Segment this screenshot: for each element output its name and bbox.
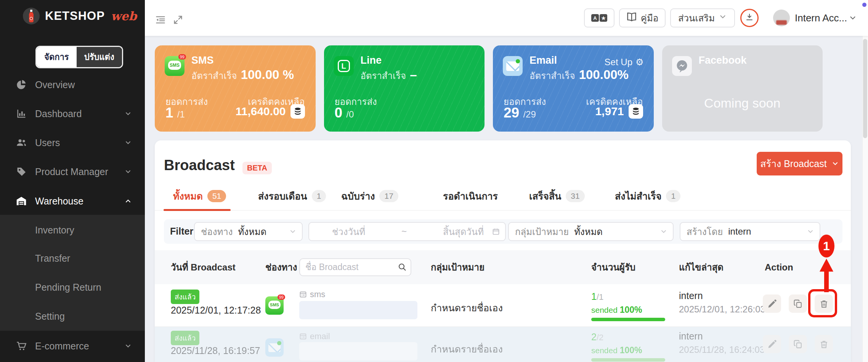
broadcast-name-search: [299, 258, 411, 276]
search-icon[interactable]: [398, 262, 407, 273]
tab-monthly[interactable]: ส่งรอบเดือน 1: [258, 182, 326, 211]
sidebar-subitem-inventory[interactable]: Inventory: [0, 219, 145, 241]
trash-icon: [819, 339, 829, 349]
table-header: วันที่ Broadcast ช่องทาง กลุ่มเป้าหมาย จ…: [155, 250, 851, 284]
annotation-step-circle: 1: [818, 235, 834, 257]
sidebar-subitem-transfer[interactable]: Transfer: [0, 247, 145, 270]
toggle-customize[interactable]: ปรับแต่ง: [77, 47, 122, 67]
tab-label: ฉบับร่าง: [341, 188, 375, 204]
line-stat-card: L Line อัตราสำเร็จ– ยอดการส่ง 0 /0: [324, 45, 485, 132]
chevron-down-icon: [660, 228, 667, 235]
user-name[interactable]: Intern Acc...: [795, 12, 847, 24]
date-range-input[interactable]: ช่วงวันที่ ~ สิ้นสุดวันที่: [308, 222, 506, 241]
copy-icon: [793, 339, 803, 349]
annotation-arrow-icon: [820, 259, 833, 272]
sent-total: /1: [177, 109, 185, 119]
col-last-edit: แก้ไขล่าสุด: [679, 250, 724, 284]
edit-button[interactable]: [763, 294, 781, 313]
sidebar-subitem-setting[interactable]: Setting: [0, 305, 145, 328]
col-date: วันที่ Broadcast: [171, 250, 236, 284]
line-app-icon: L: [334, 56, 354, 76]
sms-app-icon: SMS 99: [165, 56, 185, 76]
beta-badge: BETA: [242, 162, 272, 174]
manual-button[interactable]: คู่มือ: [619, 8, 666, 27]
tab-count-badge: 31: [566, 190, 584, 202]
setup-label: Set Up: [605, 57, 632, 68]
tab-all[interactable]: ทั้งหมด 51: [173, 182, 226, 211]
tab-label: ส่งไม่สำเร็จ: [615, 188, 661, 204]
tab-finished[interactable]: เสร็จสิ้น 31: [529, 182, 585, 211]
date-end-placeholder: สิ้นสุดวันที่: [443, 224, 484, 239]
tab-label: เสร็จสิ้น: [529, 188, 561, 204]
sent-value: 29: [504, 105, 519, 121]
scrollbar-track: [862, 36, 868, 362]
sidebar-item-label: Dashboard: [35, 108, 124, 119]
addons-button[interactable]: ส่วนเสริม: [670, 8, 735, 27]
col-action: Action: [765, 250, 793, 284]
sidebar-item-warehouse[interactable]: Warehouse: [0, 187, 145, 216]
fullscreen-icon[interactable]: [173, 14, 183, 27]
language-toggle-button[interactable]: A★: [584, 8, 614, 27]
edit-button[interactable]: [763, 335, 781, 353]
scrollbar-thumb[interactable]: [863, 39, 867, 138]
pencil-icon: [767, 339, 777, 349]
target-group: กำหนดรายชื่อเอง: [431, 341, 503, 357]
duplicate-button[interactable]: [789, 294, 807, 313]
warehouse-icon: [16, 196, 27, 206]
download-button[interactable]: [740, 9, 759, 27]
rate-value: 100.00 %: [241, 68, 294, 82]
page-title: Broadcast: [164, 157, 235, 174]
facebook-stat-card: Facebook Coming soon: [662, 45, 823, 132]
channel-name: email: [299, 331, 330, 341]
mode-toggle: จัดการ ปรับแต่ง: [35, 46, 123, 68]
creator-filter-select[interactable]: สร้างโดย intern: [680, 222, 820, 241]
user-avatar[interactable]: [773, 10, 790, 26]
sent-count: 1: [591, 291, 597, 302]
tab-label: ทั้งหมด: [173, 188, 203, 204]
broadcast-tabs: ทั้งหมด 51 ส่งรอบเดือน 1 ฉบับร่าง 17 รอด…: [155, 182, 851, 211]
sidebar-item-ecommerce[interactable]: E-commerce: [0, 331, 145, 360]
edited-date: 2025/11/28, 16:24:03: [679, 344, 765, 355]
tab-count-badge: 1: [312, 190, 326, 202]
copy-icon: [793, 299, 803, 309]
card-title: SMS: [191, 55, 214, 66]
toggle-manage[interactable]: จัดการ: [37, 47, 77, 67]
sidebar-item-overview[interactable]: Overview: [0, 70, 145, 99]
channel-name-label: email: [310, 331, 330, 341]
broadcast-name-redacted: [299, 342, 417, 360]
brand-logo[interactable]: KETSHOPweb: [23, 8, 137, 24]
delete-button[interactable]: [815, 335, 833, 353]
notification-dot: [862, 3, 866, 7]
creator-filter-label: สร้างโดย: [687, 224, 723, 239]
email-setup-link[interactable]: Set Up⚙: [605, 57, 644, 68]
sent-count: 2: [591, 331, 597, 342]
create-broadcast-button[interactable]: สร้าง Broadcast: [757, 152, 842, 175]
tab-count-badge: 1: [666, 190, 680, 202]
sent-total: /0: [346, 109, 354, 119]
sidebar-item-product-manager[interactable]: Product Manager: [0, 157, 145, 186]
target-filter-label: กลุ่มเป้าหมาย: [515, 224, 569, 239]
sidebar-item-users[interactable]: Users: [0, 128, 145, 157]
channel-name: sms: [299, 290, 325, 299]
messenger-icon: [672, 56, 692, 76]
progress-bar: [591, 358, 665, 362]
users-icon: [16, 137, 27, 148]
table-row: ส่งแล้ว 2025/11/28, 16:19:57 email กำหนด…: [155, 327, 851, 362]
target-group-filter-select[interactable]: กลุ่มเป้าหมาย ทั้งหมด: [508, 222, 674, 241]
addons-button-label: ส่วนเสริม: [678, 11, 715, 26]
search-input[interactable]: [299, 258, 411, 276]
rate-label: อัตราสำเร็จ: [191, 68, 237, 83]
user-menu-chevron-icon[interactable]: [849, 14, 857, 24]
menu-fold-icon[interactable]: [155, 14, 166, 27]
tab-draft[interactable]: ฉบับร่าง 17: [341, 182, 398, 211]
tab-failed[interactable]: ส่งไม่สำเร็จ 1: [615, 182, 680, 211]
duplicate-button[interactable]: [789, 335, 807, 353]
tab-pending[interactable]: รอดำเนินการ: [443, 182, 498, 211]
pencil-icon: [767, 299, 777, 309]
col-target: กลุ่มเป้าหมาย: [431, 250, 485, 284]
sended-label: sended: [591, 306, 618, 314]
channel-filter-select[interactable]: ช่องทาง ทั้งหมด: [194, 222, 303, 241]
sidebar-subitem-pending-return[interactable]: Pending Return: [0, 276, 145, 299]
sidebar-item-dashboard[interactable]: Dashboard: [0, 99, 145, 128]
sms-channel-icon: SMS 99: [265, 296, 284, 315]
